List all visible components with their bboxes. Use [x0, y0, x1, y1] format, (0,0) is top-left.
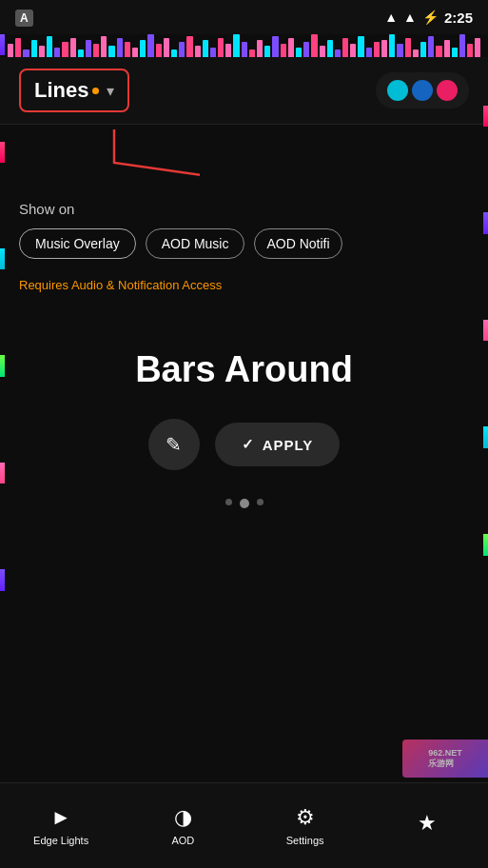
color-circle-pink[interactable]	[437, 80, 458, 101]
page-dot-2	[257, 499, 264, 505]
wifi-icon: ▲	[384, 10, 398, 25]
status-bar: A ▲ ▲ ⚡ 2:25	[0, 0, 488, 34]
eq-bars-top	[0, 34, 488, 57]
aod-label: AOD	[171, 835, 194, 846]
requires-text: Requires Audio & Notification Access	[0, 278, 488, 292]
apply-button-label: APPLY	[263, 437, 314, 453]
page-dot-1	[240, 499, 249, 508]
checkmark-icon: ✓	[242, 436, 255, 453]
action-buttons: ✎ ✓ APPLY	[148, 419, 341, 470]
signal-icon: ▲	[403, 10, 417, 25]
chip-aod-notifi[interactable]: AOD Notifi	[254, 228, 342, 259]
settings-label: Settings	[286, 835, 324, 846]
status-left-icon: A	[15, 10, 33, 25]
chevron-down-icon: ▾	[107, 82, 114, 100]
chip-aod-music[interactable]: AOD Music	[146, 228, 245, 259]
nav-item-edge-lights[interactable]: ► Edge Lights	[0, 805, 122, 846]
chips-row: Music Overlay AOD Music AOD Notifi	[19, 228, 469, 259]
aod-icon: ◑	[174, 805, 192, 830]
color-circles-container[interactable]	[376, 72, 469, 108]
watermark: 962.NET乐游网	[402, 740, 488, 778]
lines-dropdown-button[interactable]: Lines ▾	[19, 69, 129, 112]
arrow-decoration	[0, 125, 488, 201]
page-dot-0	[225, 499, 232, 505]
status-right: ▲ ▲ ⚡ 2:25	[384, 10, 473, 26]
show-on-label: Show on	[19, 201, 469, 217]
show-on-section: Show on Music Overlay AOD Music AOD Noti…	[0, 201, 488, 268]
nav-item-settings[interactable]: ⚙ Settings	[244, 805, 366, 846]
edit-button[interactable]: ✎	[148, 419, 200, 470]
color-circle-cyan[interactable]	[387, 80, 408, 101]
arrow-svg	[86, 125, 200, 196]
preview-title: Bars Around	[135, 349, 353, 390]
page-dots	[225, 499, 264, 508]
header: Lines ▾	[0, 57, 488, 125]
lines-dot-indicator	[92, 88, 99, 94]
battery-icon: ⚡	[422, 10, 439, 25]
settings-icon: ⚙	[296, 805, 315, 830]
bottom-nav: ► Edge Lights ◑ AOD ⚙ Settings ★	[0, 782, 488, 868]
edge-lights-label: Edge Lights	[33, 835, 88, 846]
favorites-icon: ★	[418, 811, 437, 836]
edge-lights-icon: ►	[50, 805, 71, 830]
color-circle-blue[interactable]	[412, 80, 433, 101]
chip-music-overlay[interactable]: Music Overlay	[19, 228, 136, 259]
apply-button[interactable]: ✓ APPLY	[215, 423, 341, 466]
clock: 2:25	[444, 10, 473, 26]
lines-button-text: Lines	[34, 78, 88, 103]
nav-item-aod[interactable]: ◑ AOD	[122, 805, 244, 846]
edit-icon: ✎	[166, 433, 182, 456]
preview-area: Bars Around ✎ ✓ APPLY	[0, 292, 488, 527]
nav-item-favorites[interactable]: ★	[366, 811, 488, 840]
